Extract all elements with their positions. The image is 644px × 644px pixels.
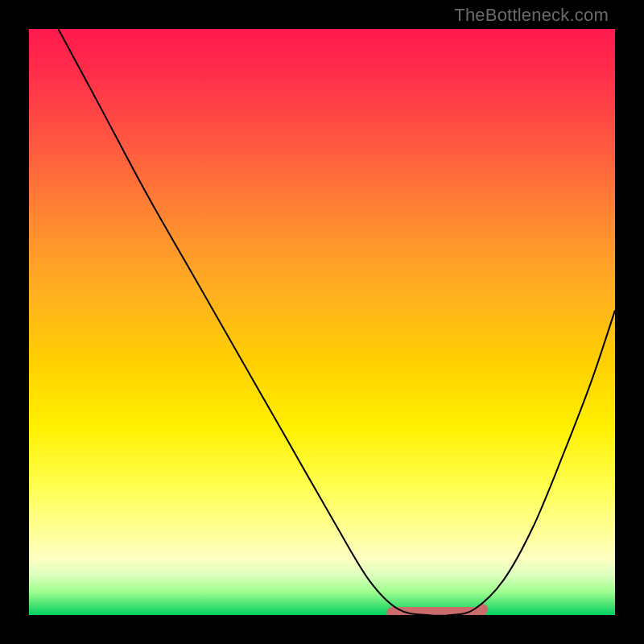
watermark-text: TheBottleneck.com (454, 5, 609, 26)
chart-frame (29, 29, 615, 615)
plot-area (29, 29, 615, 615)
chart-svg (29, 29, 615, 615)
bottleneck-curve (58, 29, 615, 615)
